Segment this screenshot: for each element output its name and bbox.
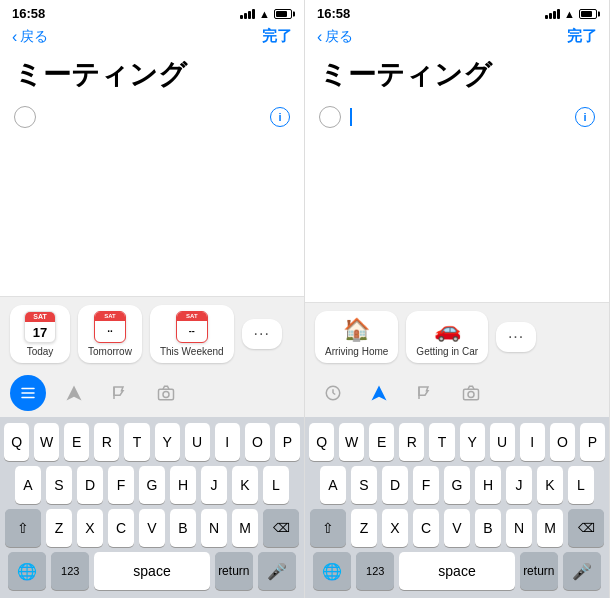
key-u-r[interactable]: U (490, 423, 515, 461)
key-q[interactable]: Q (4, 423, 29, 461)
chip-tomorrow[interactable]: SAT ·· Tomorrow (78, 305, 142, 363)
key-d[interactable]: D (77, 466, 103, 504)
key-z[interactable]: Z (46, 509, 72, 547)
back-button-left[interactable]: ‹ 戻る (12, 28, 48, 46)
key-t-r[interactable]: T (429, 423, 454, 461)
key-v-r[interactable]: V (444, 509, 470, 547)
chip-today[interactable]: SAT 17 Today (10, 305, 70, 363)
done-button-left[interactable]: 完了 (262, 27, 292, 46)
keyboard-right: Q W E R T Y U I O P A S D F G H J K L ⇧ … (305, 417, 609, 598)
key-r[interactable]: R (94, 423, 119, 461)
chip-custom-right[interactable]: ··· (496, 322, 536, 352)
delete-key-right[interactable]: ⌫ (568, 509, 604, 547)
reminder-circle-right[interactable] (319, 106, 341, 128)
key-k[interactable]: K (232, 466, 258, 504)
key-b-r[interactable]: B (475, 509, 501, 547)
key-s-r[interactable]: S (351, 466, 377, 504)
key-x-r[interactable]: X (382, 509, 408, 547)
return-key-right[interactable]: return (520, 552, 558, 590)
flag-icon-btn-right[interactable] (407, 375, 443, 411)
flag-icon-btn-left[interactable] (102, 375, 138, 411)
key-r-r[interactable]: R (399, 423, 424, 461)
reminder-input-right[interactable] (349, 108, 567, 126)
arrow-icon-left (65, 384, 83, 402)
key-n[interactable]: N (201, 509, 227, 547)
key-i[interactable]: I (215, 423, 240, 461)
key-e-r[interactable]: E (369, 423, 394, 461)
key-l-r[interactable]: L (568, 466, 594, 504)
suggestion-strip-right: 🏠 Arriving Home 🚗 Getting in Car ··· (305, 302, 609, 369)
chip-arriving-home[interactable]: 🏠 Arriving Home (315, 311, 398, 363)
num-key-right[interactable]: 123 (356, 552, 394, 590)
back-button-right[interactable]: ‹ 戻る (317, 28, 353, 46)
key-f-r[interactable]: F (413, 466, 439, 504)
key-l[interactable]: L (263, 466, 289, 504)
key-m-r[interactable]: M (537, 509, 563, 547)
list-icon-btn-left[interactable] (10, 375, 46, 411)
panel-right: 16:58 ▲ ‹ 戻る 完了 ミーティング i (305, 0, 610, 598)
key-k-r[interactable]: K (537, 466, 563, 504)
key-a[interactable]: A (15, 466, 41, 504)
nav-arrow-icon-right (370, 384, 388, 402)
return-key-left[interactable]: return (215, 552, 253, 590)
key-u[interactable]: U (185, 423, 210, 461)
arrow-icon-btn-right[interactable] (361, 375, 397, 411)
key-e[interactable]: E (64, 423, 89, 461)
info-button-left[interactable]: i (270, 107, 290, 127)
key-w[interactable]: W (34, 423, 59, 461)
shift-key-right[interactable]: ⇧ (310, 509, 346, 547)
chip-this-weekend[interactable]: SAT -- This Weekend (150, 305, 234, 363)
camera-icon-btn-left[interactable] (148, 375, 184, 411)
svg-rect-0 (21, 388, 35, 390)
key-y[interactable]: Y (155, 423, 180, 461)
key-g[interactable]: G (139, 466, 165, 504)
key-i-r[interactable]: I (520, 423, 545, 461)
key-row-2-left: A S D F G H J K L (4, 466, 300, 504)
info-button-right[interactable]: i (575, 107, 595, 127)
key-c[interactable]: C (108, 509, 134, 547)
key-g-r[interactable]: G (444, 466, 470, 504)
key-q-r[interactable]: Q (309, 423, 334, 461)
globe-key-right[interactable]: 🌐 (313, 552, 351, 590)
clock-icon-btn-right[interactable] (315, 375, 351, 411)
key-o-r[interactable]: O (550, 423, 575, 461)
key-h[interactable]: H (170, 466, 196, 504)
num-key-left[interactable]: 123 (51, 552, 89, 590)
keyboard-left: Q W E R T Y U I O P A S D F G H J K L ⇧ … (0, 417, 304, 598)
key-f[interactable]: F (108, 466, 134, 504)
key-c-r[interactable]: C (413, 509, 439, 547)
reminder-circle-left[interactable] (14, 106, 36, 128)
key-h-r[interactable]: H (475, 466, 501, 504)
delete-key-left[interactable]: ⌫ (263, 509, 299, 547)
key-p-r[interactable]: P (580, 423, 605, 461)
done-button-right[interactable]: 完了 (567, 27, 597, 46)
shift-key-left[interactable]: ⇧ (5, 509, 41, 547)
location-icon-btn-left[interactable] (56, 375, 92, 411)
key-j[interactable]: J (201, 466, 227, 504)
key-a-r[interactable]: A (320, 466, 346, 504)
globe-key-left[interactable]: 🌐 (8, 552, 46, 590)
status-time-left: 16:58 (12, 6, 45, 21)
key-p[interactable]: P (275, 423, 300, 461)
key-m[interactable]: M (232, 509, 258, 547)
status-icons-right: ▲ (545, 8, 597, 20)
key-n-r[interactable]: N (506, 509, 532, 547)
key-s[interactable]: S (46, 466, 72, 504)
key-v[interactable]: V (139, 509, 165, 547)
space-key-right[interactable]: space (399, 552, 514, 590)
key-t[interactable]: T (124, 423, 149, 461)
chip-getting-in-car[interactable]: 🚗 Getting in Car (406, 311, 488, 363)
key-x[interactable]: X (77, 509, 103, 547)
key-d-r[interactable]: D (382, 466, 408, 504)
mic-key-left[interactable]: 🎤 (258, 552, 296, 590)
key-o[interactable]: O (245, 423, 270, 461)
key-w-r[interactable]: W (339, 423, 364, 461)
space-key-left[interactable]: space (94, 552, 209, 590)
key-j-r[interactable]: J (506, 466, 532, 504)
mic-key-right[interactable]: 🎤 (563, 552, 601, 590)
chip-custom[interactable]: ··· (242, 319, 282, 349)
key-z-r[interactable]: Z (351, 509, 377, 547)
camera-icon-btn-right[interactable] (453, 375, 489, 411)
key-y-r[interactable]: Y (460, 423, 485, 461)
key-b[interactable]: B (170, 509, 196, 547)
